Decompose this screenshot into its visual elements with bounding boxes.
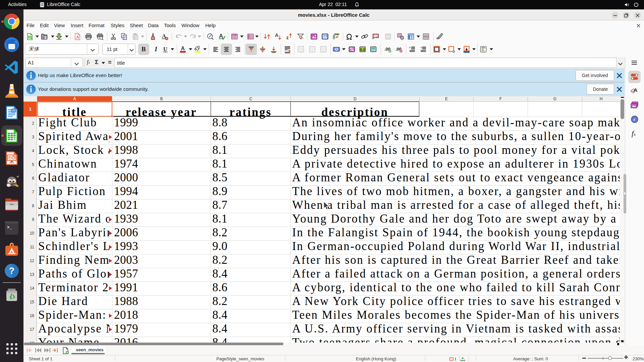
svg-text:0.0: 0.0 (360, 48, 365, 52)
svg-text:A: A (76, 35, 79, 40)
svg-text:I: I (455, 357, 456, 361)
svg-text:15: 15 (372, 48, 375, 51)
svg-text:z: z (286, 35, 289, 40)
svg-text:?: ? (9, 266, 15, 276)
svg-text:A: A (275, 33, 278, 38)
svg-text:I: I (154, 46, 157, 53)
svg-text:B: B (142, 46, 146, 53)
svg-text:U: U (163, 46, 167, 52)
svg-text:>_: >_ (7, 225, 12, 230)
svg-text:A: A (181, 46, 185, 51)
